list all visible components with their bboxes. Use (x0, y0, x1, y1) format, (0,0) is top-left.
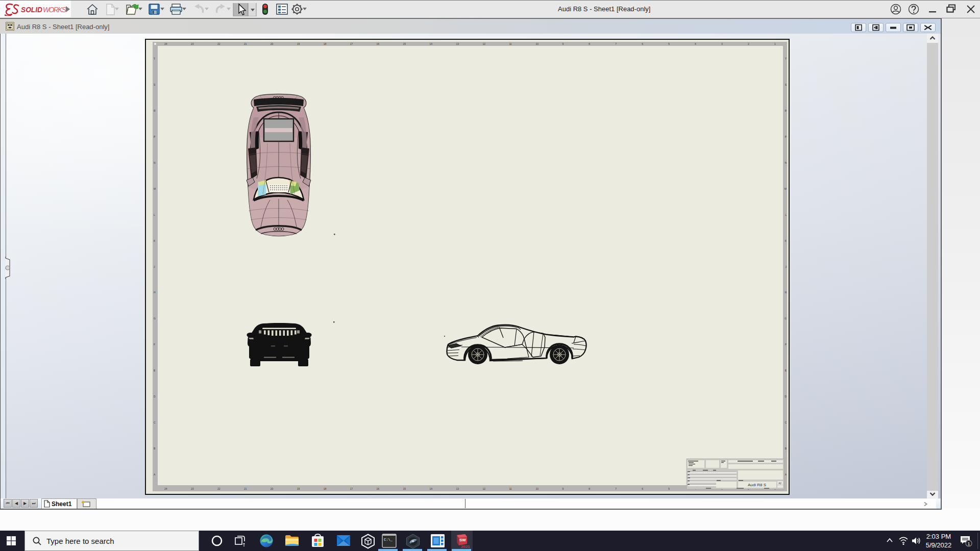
svg-text:1: 1 (967, 541, 970, 546)
svg-text:Audi R8 S: Audi R8 S (748, 483, 766, 487)
svg-text:C:\_: C:\_ (384, 538, 393, 542)
svg-text:SOLID: SOLID (21, 6, 42, 14)
svg-text:A2: A2 (778, 482, 781, 485)
svg-text:WORKS: WORKS (43, 6, 67, 14)
